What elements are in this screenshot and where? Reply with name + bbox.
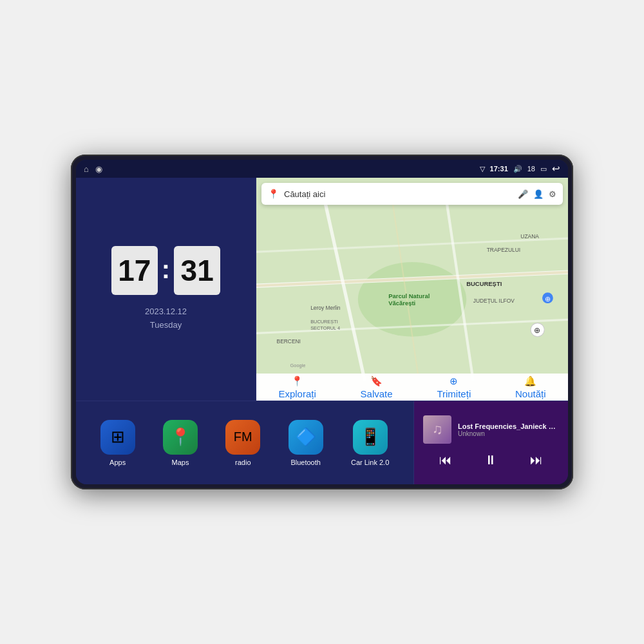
clock-minutes: 31 xyxy=(174,246,220,295)
send-icon: ⊕ xyxy=(450,375,458,387)
map-search-bar[interactable]: 📍 Căutați aici 🎤 👤 ⚙ xyxy=(261,183,563,205)
radio-icon: FM xyxy=(225,420,260,455)
music-title: Lost Frequencies_Janieck Devy-... xyxy=(458,422,559,430)
saved-icon: 🔖 xyxy=(370,375,383,387)
map-nav-explore[interactable]: 📍 Explorați xyxy=(278,375,316,399)
svg-text:SECTORUL 4: SECTORUL 4 xyxy=(310,325,340,331)
svg-text:Google: Google xyxy=(290,363,306,368)
settings-map-icon[interactable]: ⚙ xyxy=(549,189,556,199)
battery-level: 18 xyxy=(527,165,535,173)
bottom-row: ⊞ Apps 📍 Maps FM radio 🔷 Bluetooth xyxy=(76,401,568,484)
svg-text:UZANA: UZANA xyxy=(520,233,539,240)
apps-icon: ⊞ xyxy=(100,420,135,455)
map-nav-saved[interactable]: 🔖 Salvate xyxy=(361,375,393,399)
maps-icon: 📍 xyxy=(163,420,198,455)
svg-text:Leroy Merlin: Leroy Merlin xyxy=(310,305,341,311)
music-next-button[interactable]: ⏭ xyxy=(525,450,548,470)
nav-icon[interactable]: ◉ xyxy=(95,164,102,174)
volume-icon: 🔊 xyxy=(513,165,522,173)
news-icon: 🔔 xyxy=(524,375,536,387)
app-maps[interactable]: 📍 Maps xyxy=(163,420,198,466)
device-screen: ⌂ ◉ ▽ 17:31 🔊 18 ▭ ↩ 17 : xyxy=(76,160,568,484)
status-left: ⌂ ◉ xyxy=(84,164,102,174)
app-bluetooth[interactable]: 🔷 Bluetooth xyxy=(289,420,323,466)
svg-text:Văcărești: Văcărești xyxy=(388,299,415,307)
mic-icon[interactable]: 🎤 xyxy=(518,189,528,199)
status-right: ▽ 17:31 🔊 18 ▭ ↩ xyxy=(480,163,560,175)
svg-text:TRAPEZULUI: TRAPEZULUI xyxy=(487,247,520,253)
map-nav-news[interactable]: 🔔 Noutăți xyxy=(515,375,546,399)
svg-text:Parcul Natural: Parcul Natural xyxy=(388,292,430,299)
map-pin-icon: 📍 xyxy=(268,189,279,199)
clock-widget: 17 : 31 2023.12.12 Tuesday xyxy=(76,178,256,401)
status-bar: ⌂ ◉ ▽ 17:31 🔊 18 ▭ ↩ xyxy=(76,160,568,178)
svg-text:BERCENI: BERCENI xyxy=(277,338,301,345)
music-info: Lost Frequencies_Janieck Devy-... Unknow… xyxy=(458,422,559,437)
svg-text:⊕: ⊕ xyxy=(545,295,551,303)
clock-hours: 17 xyxy=(111,246,158,295)
music-play-button[interactable]: ⏸ xyxy=(479,450,502,470)
account-icon[interactable]: 👤 xyxy=(533,189,544,199)
status-time: 17:31 xyxy=(490,165,508,173)
svg-text:BUCUREȘTI: BUCUREȘTI xyxy=(466,280,502,287)
map-search-text[interactable]: Căutați aici xyxy=(284,189,513,199)
map-search-icons: 🎤 👤 ⚙ xyxy=(518,189,556,199)
app-radio[interactable]: FM radio xyxy=(225,420,260,466)
main-content: 17 : 31 2023.12.12 Tuesday xyxy=(76,178,568,484)
app-apps[interactable]: ⊞ Apps xyxy=(100,420,135,466)
battery-icon: ▭ xyxy=(540,165,547,173)
clock-colon: : xyxy=(162,255,170,284)
bluetooth-icon: 🔷 xyxy=(289,420,323,455)
back-icon[interactable]: ↩ xyxy=(552,163,560,175)
carlink-icon: 📱 xyxy=(353,420,388,455)
device-frame: ⌂ ◉ ▽ 17:31 🔊 18 ▭ ↩ 17 : xyxy=(71,155,573,489)
app-carlink[interactable]: 📱 Car Link 2.0 xyxy=(351,420,389,466)
map-widget[interactable]: Parcul Natural Văcărești Leroy Merlin BU… xyxy=(256,178,568,401)
music-album-art: ♫ xyxy=(423,415,451,444)
clock-display: 17 : 31 xyxy=(111,246,220,295)
music-artist: Unknown xyxy=(458,430,559,437)
top-row: 17 : 31 2023.12.12 Tuesday xyxy=(76,178,568,401)
svg-text:JUDEȚUL ILFOV: JUDEȚUL ILFOV xyxy=(473,298,515,304)
map-nav-send[interactable]: ⊕ Trimiteți xyxy=(437,375,471,399)
explore-icon: 📍 xyxy=(291,375,303,387)
clock-date: 2023.12.12 Tuesday xyxy=(145,305,187,332)
signal-icon: ▽ xyxy=(480,165,485,173)
svg-text:BUCUREȘTI: BUCUREȘTI xyxy=(310,319,338,325)
music-controls: ⏮ ⏸ ⏭ xyxy=(423,450,559,470)
music-section: ♫ Lost Frequencies_Janieck Devy-... Unkn… xyxy=(413,401,568,484)
apps-section: ⊞ Apps 📍 Maps FM radio 🔷 Bluetooth xyxy=(76,401,413,484)
svg-text:⊕: ⊕ xyxy=(534,327,540,334)
home-icon[interactable]: ⌂ xyxy=(84,164,89,174)
music-top: ♫ Lost Frequencies_Janieck Devy-... Unkn… xyxy=(423,415,559,444)
music-prev-button[interactable]: ⏮ xyxy=(434,450,457,470)
map-bottom-bar: 📍 Explorați 🔖 Salvate ⊕ Trimiteți 🔔 xyxy=(256,374,568,401)
map-svg: Parcul Natural Văcărești Leroy Merlin BU… xyxy=(256,178,568,401)
